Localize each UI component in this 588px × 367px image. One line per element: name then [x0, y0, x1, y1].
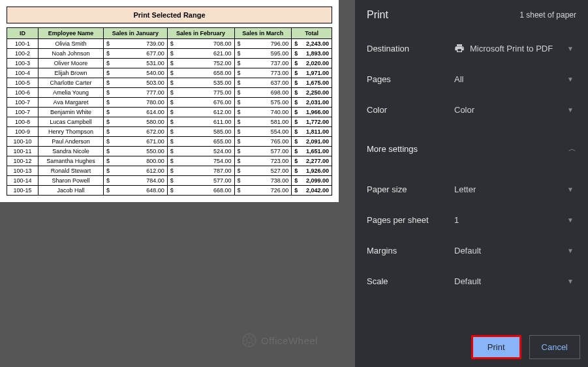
cell-mar: 577.00: [242, 147, 292, 156]
cell-total: 1,971.00: [300, 68, 332, 78]
cell-feb: 676.00: [175, 98, 234, 108]
cell-currency: $: [292, 127, 300, 137]
table-row: 100-3Oliver Moore$531.00$752.00$737.00$2…: [7, 59, 332, 68]
cell-jan: 784.00: [112, 176, 168, 186]
color-dropdown[interactable]: Color ▼: [452, 101, 576, 119]
cell-feb: 708.00: [175, 39, 234, 49]
destination-row: Destination Microsoft Print to PDF ▼: [355, 33, 588, 64]
cell-jan: 540.00: [112, 68, 168, 78]
cell-jan: 648.00: [112, 186, 168, 196]
pages-dropdown[interactable]: All ▼: [452, 70, 576, 88]
cell-currency: $: [167, 137, 175, 147]
cell-currency: $: [104, 39, 112, 49]
cell-currency: $: [292, 117, 300, 127]
cell-id: 100-12: [7, 156, 39, 166]
cell-currency: $: [292, 88, 300, 98]
cell-currency: $: [292, 186, 300, 196]
cell-feb: 752.00: [175, 59, 234, 68]
cell-mar: 637.00: [242, 78, 292, 88]
cell-currency: $: [104, 186, 112, 196]
cell-total: 2,243.00: [300, 39, 332, 49]
cell-feb: 775.00: [175, 88, 234, 98]
cell-jan: 580.00: [112, 117, 168, 127]
preview-page: Print Selected Range ID Employee Name Sa…: [0, 0, 339, 202]
destination-dropdown[interactable]: Microsoft Print to PDF ▼: [452, 39, 576, 57]
pages-per-sheet-dropdown[interactable]: 1 ▼: [452, 211, 576, 229]
cell-currency: $: [167, 98, 175, 108]
cell-jan: 671.00: [112, 137, 168, 147]
cell-id: 100-8: [7, 117, 39, 127]
cell-mar: 737.00: [242, 59, 292, 68]
pages-row: Pages All ▼: [355, 64, 588, 95]
destination-label: Destination: [367, 44, 452, 53]
table-row: 100-7Benjamin White$614.00$612.00$740.00…: [7, 108, 332, 117]
cell-total: 2,091.00: [300, 137, 332, 147]
cell-currency: $: [167, 68, 175, 78]
watermark-text: OfficeWheel: [261, 335, 318, 346]
table-header-row: ID Employee Name Sales in January Sales …: [7, 28, 332, 39]
cell-currency: $: [104, 78, 112, 88]
table-row: 100-15Jacob Hall$648.00$668.00$726.00$2,…: [7, 186, 332, 196]
cell-jan: 677.00: [112, 49, 168, 59]
cell-total: 2,042.00: [300, 186, 332, 196]
cell-jan: 780.00: [112, 98, 168, 108]
pages-per-sheet-row: Pages per sheet 1 ▼: [355, 205, 588, 235]
more-settings-toggle[interactable]: More settings ︿: [355, 133, 588, 165]
paper-size-row: Paper size Letter ▼: [355, 174, 588, 205]
panel-header: Print 1 sheet of paper: [355, 0, 588, 33]
cell-feb: 668.00: [175, 186, 234, 196]
destination-value: Microsoft Print to PDF: [470, 44, 553, 53]
cell-id: 100-13: [7, 166, 39, 176]
cell-currency: $: [292, 108, 300, 117]
cell-jan: 800.00: [112, 156, 168, 166]
cell-currency: $: [234, 98, 242, 108]
scale-row: Scale Default ▼: [355, 266, 588, 297]
cell-name: Olivia Smith: [39, 39, 104, 49]
cell-currency: $: [234, 49, 242, 59]
cell-jan: 612.00: [112, 166, 168, 176]
cell-feb: 535.00: [175, 78, 234, 88]
cell-currency: $: [104, 156, 112, 166]
cell-currency: $: [234, 78, 242, 88]
scale-dropdown[interactable]: Default ▼: [452, 272, 576, 290]
cell-mar: 726.00: [242, 186, 292, 196]
data-table: ID Employee Name Sales in January Sales …: [7, 27, 332, 196]
cell-currency: $: [104, 49, 112, 59]
cell-currency: $: [292, 39, 300, 49]
print-button[interactable]: Print: [471, 335, 521, 359]
cell-currency: $: [292, 98, 300, 108]
cell-name: Amelia Young: [39, 88, 104, 98]
cell-currency: $: [234, 147, 242, 156]
cell-total: 2,020.00: [300, 59, 332, 68]
table-row: 100-11Sandra Nicole$550.00$524.00$577.00…: [7, 147, 332, 156]
cell-id: 100-7: [7, 98, 39, 108]
chevron-down-icon: ▼: [567, 216, 574, 224]
cell-currency: $: [167, 176, 175, 186]
cell-currency: $: [167, 78, 175, 88]
chevron-down-icon: ▼: [567, 76, 574, 83]
cell-total: 2,031.00: [300, 98, 332, 108]
margins-dropdown[interactable]: Default ▼: [452, 242, 576, 259]
print-preview-area: Print Selected Range ID Employee Name Sa…: [0, 0, 355, 312]
cell-currency: $: [104, 98, 112, 108]
paper-size-dropdown[interactable]: Letter ▼: [452, 181, 576, 198]
cell-currency: $: [167, 166, 175, 176]
header-name: Employee Name: [39, 28, 104, 39]
chevron-up-icon: ︿: [568, 143, 576, 154]
paper-size-label: Paper size: [367, 184, 452, 194]
cell-name: Benjamin White: [39, 108, 104, 117]
cell-currency: $: [292, 166, 300, 176]
table-row: 100-12Samantha Hughes$800.00$754.00$723.…: [7, 156, 332, 166]
pages-per-sheet-value: 1: [454, 215, 459, 225]
more-settings-label: More settings: [367, 144, 418, 154]
cell-currency: $: [167, 156, 175, 166]
cell-currency: $: [292, 147, 300, 156]
cell-currency: $: [234, 117, 242, 127]
table-row: 100-1Olivia Smith$739.00$708.00$796.00$2…: [7, 39, 332, 49]
cancel-button[interactable]: Cancel: [529, 335, 580, 359]
panel-footer: Print Cancel: [355, 327, 588, 367]
table-row: 100-10Paul Anderson$671.00$655.00$765.00…: [7, 137, 332, 147]
cell-mar: 575.00: [242, 98, 292, 108]
cell-feb: 611.00: [175, 117, 234, 127]
cell-total: 1,675.00: [300, 78, 332, 88]
